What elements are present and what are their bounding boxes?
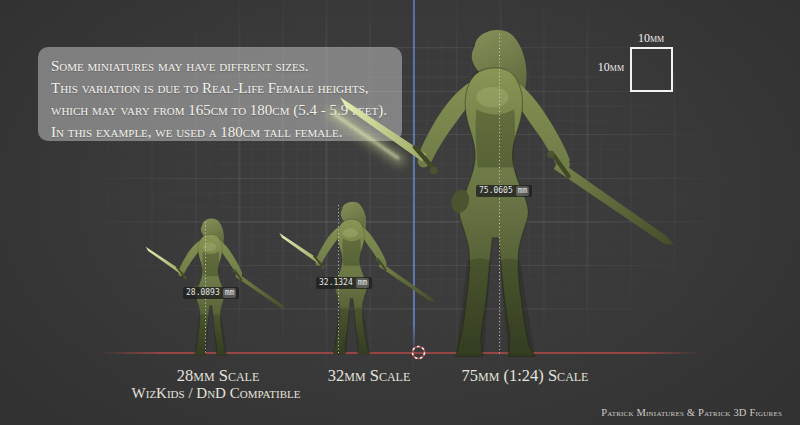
measurement-chip-32mm: 32.1324 mm <box>316 277 372 289</box>
measurement-value: 28.0893 <box>186 288 220 298</box>
measurement-unit: mm <box>356 278 370 288</box>
measurement-chip-75mm: 75.0605 mm <box>476 185 532 197</box>
miniature-models-layer <box>0 0 800 425</box>
watermark-text: Patrick Miniatures & Patrick 3D Figures <box>601 407 782 418</box>
scale-label-75mm: 75mm (1:24) Scale <box>425 366 625 386</box>
compatibility-label: WizKids / DnD Compatible <box>91 385 341 402</box>
scale-reference-width-label: 10mm <box>616 31 686 46</box>
scale-reference-square <box>630 47 673 92</box>
measurement-chip-28mm: 28.0893 mm <box>183 287 239 299</box>
measurement-value: 75.0605 <box>479 186 513 196</box>
measurement-unit: mm <box>223 288 237 298</box>
measurement-value: 32.1324 <box>319 278 353 288</box>
measurement-unit: mm <box>516 186 530 196</box>
viewport-3d[interactable]: Some miniatures may have diffrent sizes.… <box>0 0 800 425</box>
scale-reference-height-label: 10mm <box>566 60 624 75</box>
